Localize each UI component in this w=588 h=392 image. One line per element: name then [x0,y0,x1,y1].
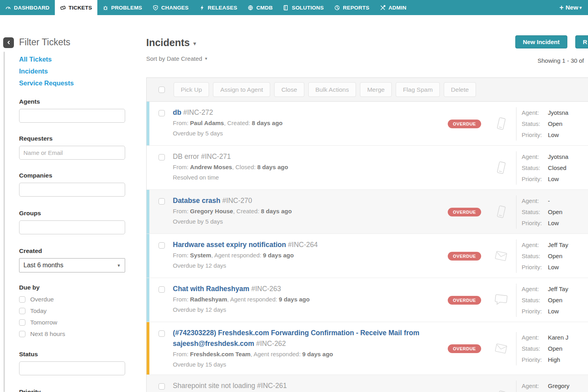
assign-to-agent-button[interactable]: Assign to Agent [213,82,270,97]
overdue-badge: OVERDUE [448,120,481,128]
priority-value: Low [548,176,559,182]
ticket-title-link[interactable]: Hardware asset expiry notification [173,241,286,249]
sidebar-collapse-button[interactable] [3,37,14,48]
ticket-id: #INC-264 [288,241,318,249]
ticket-row[interactable]: DB error #INC-271 From: Andrew Moses, Cl… [147,146,588,190]
sidebar-scrollbar[interactable] [4,52,5,392]
ticket-meta: From: Gregory House, Created: 8 days ago [173,206,438,216]
nav-reports[interactable]: REPORTS [329,0,375,15]
agent-value: Jyotsna [548,153,569,160]
priority-value: High [548,356,560,363]
nav-changes[interactable]: CHANGES [147,0,194,15]
ticket-checkbox[interactable] [159,330,165,337]
ticket-due-text: Overdue by 15 days [173,359,438,370]
partial-right-button[interactable]: R [575,35,588,48]
close-button[interactable]: Close [274,82,304,97]
nav-solutions[interactable]: SOLUTIONS [278,0,329,15]
agent-value: Jyotsna [548,109,569,116]
ticket-row[interactable]: Sharepoint site not loading #INC-261 Fro… [147,375,588,392]
due-next-8-hours-checkbox[interactable] [19,331,25,337]
envelope-icon [493,342,509,356]
pick-up-button[interactable]: Pick Up [174,82,209,97]
ticket-checkbox[interactable] [159,242,165,249]
groups-input[interactable] [19,220,125,234]
ticket-properties: Agent:Jeff Tay Status:Open Priority:Low [516,284,588,317]
tools-icon [380,5,386,11]
ticket-list: db #INC-272 From: Paul Adams, Created: 8… [147,102,588,392]
pie-chart-icon [334,5,340,11]
ticket-row[interactable]: Chat with Radheshyam #INC-263 From: Radh… [147,278,588,322]
companies-input[interactable] [19,183,125,197]
ticket-row[interactable]: (#742303228) Freshdesk.com Forwarding Co… [147,322,588,375]
select-caret-icon: ▼ [117,263,121,268]
due-tomorrow-checkbox[interactable] [19,319,25,326]
ticket-meta: From: System, Agent responded: 9 days ag… [173,250,438,261]
agent-value: Gregory [548,382,569,389]
chevron-down-icon: ▾ [193,41,196,46]
ticket-checkbox[interactable] [159,383,165,390]
ticket-meta: From: Radheshyam, Agent responded: 9 day… [173,294,438,305]
chat-bubble-icon [493,293,509,308]
nav-releases[interactable]: RELEASES [194,0,242,15]
ticket-checkbox[interactable] [159,154,165,160]
ticket-row[interactable]: db #INC-272 From: Paul Adams, Created: 8… [147,102,588,146]
freshservice-tickets-page: DASHBOARD TICKETS PROBLEMS CHANGES RELEA… [0,0,588,392]
companies-label: Companies [19,172,126,180]
requesters-label: Requesters [19,135,126,143]
nav-tickets[interactable]: TICKETS [55,0,97,15]
globe-gear-icon [248,5,253,11]
priority-value: Low [548,308,559,315]
ticket-due-text: Overdue by 12 days [173,261,438,271]
envelope-icon [493,249,509,263]
ticket-row[interactable]: Hardware asset expiry notification #INC-… [147,234,588,278]
filter-sidebar: Filter Tickets All Tickets Incidents Ser… [19,37,126,392]
new-menu-button[interactable]: + New ▾ [553,0,588,15]
requesters-input[interactable] [19,146,125,160]
delete-button[interactable]: Delete [444,82,476,97]
nav-cmdb[interactable]: CMDB [242,0,278,15]
status-value: Closed [548,164,567,171]
overdue-badge: OVERDUE [448,252,481,261]
ticket-title-link[interactable]: Sharepoint site not loading [173,382,255,390]
bulk-actions-button[interactable]: Bulk Actions [308,82,356,97]
select-all-checkbox[interactable] [159,87,165,93]
due-overdue-checkbox[interactable] [19,296,25,303]
ticket-meta: From: Andrew Moses, Closed: 8 days ago [173,162,438,172]
flag-spam-button[interactable]: Flag Spam [396,82,440,97]
ticket-checkbox[interactable] [159,286,165,293]
ticket-title-link[interactable]: Databse crash [173,197,220,205]
sidebar-link-service-requests[interactable]: Service Requests [19,77,126,89]
nav-dashboard[interactable]: DASHBOARD [0,0,55,15]
agents-input[interactable] [19,109,125,123]
status-value: Open [548,345,563,352]
due-today-checkbox[interactable] [19,308,25,314]
ticket-checkbox[interactable] [159,198,165,205]
status-input[interactable] [19,361,125,375]
priority-value: Low [548,264,559,270]
ticket-title-link[interactable]: db [173,108,181,116]
sidebar-link-incidents[interactable]: Incidents [19,65,126,77]
phone-icon [494,204,508,220]
plus-icon: + [559,4,564,12]
priority-value: Low [548,131,559,138]
ticket-id: #INC-270 [222,197,252,205]
merge-button[interactable]: Merge [360,82,392,97]
agent-value: Jeff Tay [548,241,568,248]
ticket-properties: Agent:Jyotsna Status:Closed Priority:Low [516,151,588,185]
sidebar-link-all-tickets[interactable]: All Tickets [19,53,126,65]
nav-problems[interactable]: PROBLEMS [97,0,147,15]
ticket-title-link[interactable]: DB error [173,153,199,160]
page-title[interactable]: Incidents ▾ [146,37,196,48]
ticket-checkbox[interactable] [159,110,165,116]
ticket-title-link[interactable]: (#742303228) Freshdesk.com Forwarding Co… [173,329,419,348]
new-incident-button[interactable]: New Incident [515,35,567,48]
status-value: Open [548,209,563,215]
overdue-badge: OVERDUE [448,208,481,216]
sort-by-dropdown[interactable]: Sort by Date Created ▾ [146,55,207,62]
chevron-left-icon [6,39,11,46]
status-value: Open [548,120,563,127]
ticket-row[interactable]: Databse crash #INC-270 From: Gregory Hou… [147,190,588,234]
nav-admin[interactable]: ADMIN [375,0,412,15]
ticket-title-link[interactable]: Chat with Radheshyam [173,285,250,293]
created-select[interactable]: Last 6 months ▼ [19,258,125,272]
